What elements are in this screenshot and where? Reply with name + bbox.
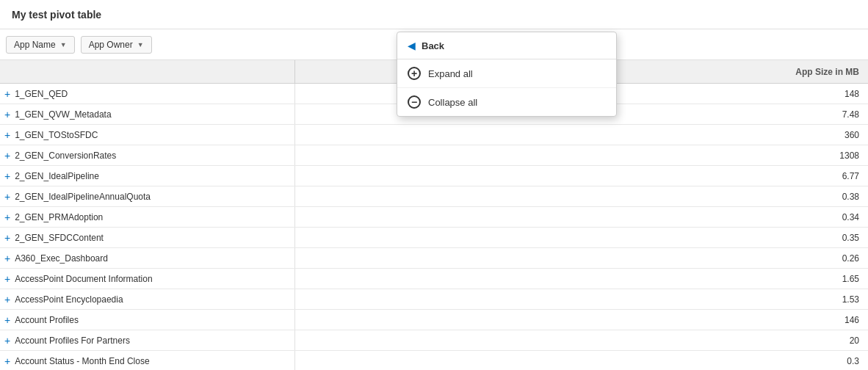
row-left-cell: +2_GEN_SFDCContent: [0, 228, 295, 247]
row-value: 0.26: [295, 253, 868, 264]
expand-all-label: Expand all: [428, 68, 473, 79]
row-value: 0.38: [295, 192, 868, 202]
row-label: A360_Exec_Dashboard: [15, 253, 108, 264]
table-body: +1_GEN_QED148+1_GEN_QVW_Metadata7.48+1_G…: [0, 84, 868, 370]
app-name-filter-label: App Name: [14, 40, 56, 50]
row-label: 2_GEN_IdealPipelineAnnualQuota: [15, 192, 151, 202]
table-row: +1_GEN_TOStoSFDC360: [0, 125, 868, 145]
expand-all-icon: +: [408, 67, 421, 80]
row-value: 1308: [295, 150, 868, 161]
expand-all-button[interactable]: + Expand all: [397, 59, 616, 88]
col-left-header: [0, 60, 295, 83]
row-expand-icon[interactable]: +: [4, 294, 10, 305]
back-button[interactable]: ◀ Back: [397, 32, 616, 59]
row-expand-icon[interactable]: +: [4, 211, 10, 223]
row-expand-icon[interactable]: +: [4, 355, 10, 367]
row-expand-icon[interactable]: +: [4, 335, 10, 347]
row-left-cell: +1_GEN_QVW_Metadata: [0, 104, 295, 124]
app-name-chevron-icon: ▼: [60, 41, 67, 48]
table-row: +2_GEN_PRMAdoption0.34: [0, 207, 868, 228]
row-left-cell: +Account Profiles: [0, 310, 295, 330]
collapse-all-button[interactable]: − Collapse all: [397, 88, 616, 116]
table-row: +2_GEN_SFDCContent0.35: [0, 228, 868, 248]
row-expand-icon[interactable]: +: [4, 109, 10, 120]
top-bar: My test pivot table: [0, 0, 868, 29]
row-label: 2_GEN_SFDCContent: [15, 233, 104, 243]
row-expand-icon[interactable]: +: [4, 170, 10, 182]
back-label: Back: [422, 40, 444, 51]
row-label: 1_GEN_QED: [15, 89, 68, 99]
collapse-all-label: Collapse all: [428, 97, 477, 108]
table-row: +2_GEN_IdealPipeline6.77: [0, 166, 868, 186]
page-wrapper: My test pivot table App Name ▼ App Owner…: [0, 0, 868, 370]
row-label: Account Profiles: [15, 315, 79, 325]
row-left-cell: +1_GEN_QED: [0, 84, 295, 104]
row-label: AccessPoint Encyclopaedia: [15, 294, 123, 305]
collapse-all-icon: −: [408, 95, 421, 109]
app-name-filter-button[interactable]: App Name ▼: [6, 36, 75, 54]
app-owner-filter-label: App Owner: [89, 40, 133, 50]
row-left-cell: +A360_Exec_Dashboard: [0, 248, 295, 268]
row-expand-icon[interactable]: +: [4, 314, 10, 326]
row-left-cell: +2_GEN_PRMAdoption: [0, 207, 295, 227]
row-label: AccessPoint Document Information: [15, 274, 152, 284]
row-left-cell: +Account Status - Month End Close: [0, 351, 295, 370]
row-left-cell: +AccessPoint Encyclopaedia: [0, 289, 295, 309]
row-label: 2_GEN_ConversionRates: [15, 150, 116, 161]
row-label: Account Profiles For Partners: [15, 335, 130, 346]
row-left-cell: +1_GEN_TOStoSFDC: [0, 125, 295, 145]
row-left-cell: +2_GEN_IdealPipelineAnnualQuota: [0, 186, 295, 206]
table-row: +2_GEN_ConversionRates1308: [0, 145, 868, 166]
row-left-cell: +Account Profiles For Partners: [0, 330, 295, 350]
app-owner-filter-button[interactable]: App Owner ▼: [81, 36, 152, 54]
row-value: 360: [295, 130, 868, 140]
table-row: +Account Profiles For Partners20: [0, 330, 868, 351]
dropdown-menu: ◀ Back + Expand all − Collapse all: [397, 32, 617, 117]
row-label: 2_GEN_IdealPipeline: [15, 171, 99, 181]
row-label: 2_GEN_PRMAdoption: [15, 212, 103, 222]
row-label: Account Status - Month End Close: [15, 356, 149, 366]
table-row: +AccessPoint Encyclopaedia1.53: [0, 289, 868, 310]
row-label: 1_GEN_QVW_Metadata: [15, 109, 111, 120]
row-value: 146: [295, 315, 868, 325]
row-expand-icon[interactable]: +: [4, 150, 10, 162]
table-row: +Account Status - Month End Close0.3: [0, 351, 868, 370]
page-title: My test pivot table: [12, 9, 101, 21]
row-value: 6.77: [295, 171, 868, 181]
row-label: 1_GEN_TOStoSFDC: [15, 130, 98, 140]
table-row: +2_GEN_IdealPipelineAnnualQuota0.38: [0, 186, 868, 207]
row-expand-icon[interactable]: +: [4, 253, 10, 264]
table-row: +A360_Exec_Dashboard0.26: [0, 248, 868, 269]
row-expand-icon[interactable]: +: [4, 191, 10, 203]
app-owner-chevron-icon: ▼: [137, 41, 144, 48]
row-value: 0.35: [295, 233, 868, 243]
back-arrow-icon: ◀: [408, 40, 416, 51]
row-expand-icon[interactable]: +: [4, 88, 10, 100]
row-left-cell: +2_GEN_ConversionRates: [0, 145, 295, 165]
row-value: 0.3: [295, 356, 868, 366]
row-expand-icon[interactable]: +: [4, 129, 10, 141]
row-value: 0.34: [295, 212, 868, 222]
row-expand-icon[interactable]: +: [4, 232, 10, 244]
row-expand-icon[interactable]: +: [4, 273, 10, 285]
row-value: 1.53: [295, 294, 868, 305]
row-left-cell: +AccessPoint Document Information: [0, 269, 295, 289]
table-row: +AccessPoint Document Information1.65: [0, 269, 868, 289]
row-value: 20: [295, 335, 868, 346]
row-left-cell: +2_GEN_IdealPipeline: [0, 166, 295, 186]
table-row: +Account Profiles146: [0, 310, 868, 330]
row-value: 1.65: [295, 274, 868, 284]
